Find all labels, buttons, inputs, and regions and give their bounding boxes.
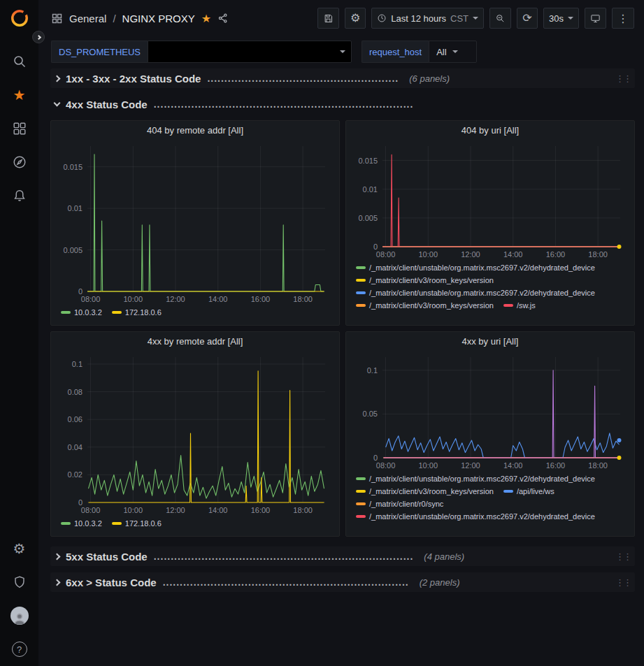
variable-label: request_host <box>362 41 429 63</box>
series-line <box>87 154 324 291</box>
sidebar-item-profile[interactable] <box>0 599 38 632</box>
legend-label: /_matrix/client/unstable/org.matrix.msc2… <box>369 289 595 297</box>
tv-mode-button[interactable] <box>585 8 606 29</box>
sidebar-item-dashboards[interactable] <box>0 112 38 145</box>
legend-item[interactable]: 172.18.0.6 <box>112 308 162 317</box>
variable-value-dropdown[interactable] <box>148 41 352 63</box>
row-drag-handle[interactable]: ⋮⋮ <box>615 551 631 562</box>
legend-item[interactable]: 10.0.3.2 <box>61 519 102 528</box>
row-5xx-status-code[interactable]: 5xx Status Code ........................… <box>50 546 635 566</box>
legend-item[interactable]: /_matrix/client/v3/room_keys/version <box>356 487 494 495</box>
chart-4xx-by-uri[interactable]: 00.050.108:0010:0012:0014:0016:0018:00 <box>352 352 630 472</box>
legend-swatch <box>356 490 366 493</box>
y-axis-tick-label: 0.06 <box>68 415 83 424</box>
legend-item[interactable]: /_matrix/client/r0/sync <box>356 500 443 508</box>
sidebar-item-search[interactable] <box>0 45 38 78</box>
legend-item[interactable]: /api/live/ws <box>503 487 554 495</box>
share-icon[interactable] <box>217 13 229 24</box>
row-title-dots: ........................................… <box>154 99 414 110</box>
series-end-marker <box>617 438 621 442</box>
y-axis-tick-label: 0.015 <box>358 157 378 165</box>
dashboard-settings-button[interactable]: ⚙ <box>345 8 366 29</box>
x-axis-tick-label: 14:00 <box>503 461 523 470</box>
chevron-down-icon <box>452 50 458 53</box>
legend-label: /_matrix/client/unstable/org.matrix.msc2… <box>369 512 595 521</box>
series-end-marker <box>617 245 621 249</box>
row-6xx-status-code[interactable]: 6xx > Status Code ......................… <box>50 572 635 592</box>
row-4xx-status-code[interactable]: 4xx Status Code ........................… <box>50 94 635 114</box>
x-axis-tick-label: 10:00 <box>124 506 143 514</box>
chart-404-by-uri[interactable]: 00.0050.010.01508:0010:0012:0014:0016:00… <box>352 140 630 261</box>
bell-icon <box>12 188 27 203</box>
time-range-picker[interactable]: Last 12 hours CST <box>371 8 484 29</box>
panel-title[interactable]: 404 by uri [All] <box>346 121 634 140</box>
panel-title[interactable]: 4xx by uri [All] <box>346 332 634 352</box>
more-options-button[interactable]: ⋮ <box>612 8 634 29</box>
chart-legend: 10.0.3.2172.18.0.6 <box>51 305 339 326</box>
row-title-dots: ........................................… <box>154 551 414 562</box>
legend-label: /_matrix/client/unstable/org.matrix.msc2… <box>369 475 595 483</box>
y-axis-tick-label: 0.05 <box>363 410 378 418</box>
time-range-label: Last 12 hours <box>391 13 446 24</box>
y-axis-tick-label: 0.01 <box>68 204 83 212</box>
chevron-right-icon <box>54 579 61 586</box>
series-line <box>382 154 620 247</box>
legend-item[interactable]: /_matrix/client/v3/room_keys/version <box>356 301 494 310</box>
legend-item[interactable]: /_matrix/client/unstable/org.matrix.msc2… <box>356 475 595 483</box>
row-drag-handle[interactable]: ⋮⋮ <box>615 577 631 588</box>
refresh-icon: ⟳ <box>522 13 531 24</box>
sidebar-item-configuration[interactable]: ⚙ <box>0 532 38 565</box>
avatar <box>10 607 29 625</box>
y-axis-tick-label: 0.005 <box>358 214 378 222</box>
chart-404-by-remote-addr[interactable]: 00.0050.010.01508:0010:0012:0014:0016:00… <box>57 140 335 305</box>
save-dashboard-button[interactable] <box>317 8 339 29</box>
legend-item[interactable]: /_matrix/client/v3/room_keys/version <box>356 276 494 284</box>
series-line <box>89 456 324 499</box>
panel-title[interactable]: 4xx by remote addr [All] <box>51 332 339 352</box>
sidebar-item-starred[interactable]: ★ <box>0 78 38 112</box>
y-axis-tick-label: 0.08 <box>68 388 83 396</box>
zoom-out-button[interactable] <box>489 8 511 29</box>
dashboards-grid-icon <box>12 121 27 136</box>
sidebar: ★ ⚙ <box>0 0 38 666</box>
sidebar-top-items: ★ <box>0 45 38 212</box>
refresh-interval-dropdown[interactable]: 30s <box>543 8 579 29</box>
sidebar-item-alerting[interactable] <box>0 179 38 212</box>
legend-item[interactable]: /_matrix/client/unstable/org.matrix.msc2… <box>356 289 595 297</box>
chevron-right-icon <box>36 34 41 39</box>
legend-item[interactable]: /sw.js <box>503 301 536 310</box>
sidebar-item-server-admin[interactable] <box>0 565 38 599</box>
legend-item[interactable]: /_matrix/client/unstable/org.matrix.msc2… <box>356 512 595 521</box>
sidebar-item-explore[interactable] <box>0 145 38 179</box>
grafana-logo[interactable] <box>8 7 31 29</box>
breadcrumb-section[interactable]: General <box>69 13 106 24</box>
x-axis-tick-label: 18:00 <box>293 295 313 303</box>
row-1xx-3xx-2xx-status-code[interactable]: 1xx - 3xx - 2xx Status Code ............… <box>50 68 635 88</box>
variable-value-dropdown[interactable]: All <box>429 41 476 63</box>
sidebar-bottom-items: ⚙ ? <box>0 532 38 666</box>
legend-swatch <box>356 279 366 282</box>
y-axis-tick-label: 0.01 <box>363 185 378 194</box>
row-drag-handle[interactable]: ⋮⋮ <box>615 73 631 84</box>
panel-title[interactable]: 404 by remote addr [All] <box>51 121 339 140</box>
legend-item[interactable]: 172.18.0.6 <box>112 519 162 528</box>
x-axis-tick-label: 12:00 <box>166 506 185 514</box>
sidebar-item-help[interactable]: ? <box>0 632 38 666</box>
legend-item[interactable]: 10.0.3.2 <box>61 308 102 317</box>
sidebar-expand-button[interactable] <box>32 31 45 43</box>
panel-4xx-by-uri: 4xx by uri [All] 00.050.108:0010:0012:00… <box>345 331 635 537</box>
legend-swatch <box>61 522 71 525</box>
legend-label: /_matrix/client/v3/room_keys/version <box>369 276 494 284</box>
legend-item[interactable]: /_matrix/client/unstable/org.matrix.msc2… <box>356 263 595 272</box>
question-icon: ? <box>12 642 27 657</box>
series-line <box>386 433 620 458</box>
refresh-button[interactable]: ⟳ <box>517 8 538 29</box>
favorite-star-icon[interactable]: ★ <box>201 12 211 25</box>
variable-request-host: request_host All <box>362 41 477 63</box>
x-axis-tick-label: 10:00 <box>419 461 438 470</box>
chart-4xx-by-remote-addr[interactable]: 00.020.040.060.080.108:0010:0012:0014:00… <box>57 352 335 516</box>
panel-4xx-by-remote-addr: 4xx by remote addr [All] 00.020.040.060.… <box>50 331 340 537</box>
panel-404-by-remote-addr: 404 by remote addr [All] 00.0050.010.015… <box>50 120 340 326</box>
dashboard-title[interactable]: NGINX PROXY <box>122 13 195 24</box>
row-title: 5xx Status Code <box>66 551 148 563</box>
